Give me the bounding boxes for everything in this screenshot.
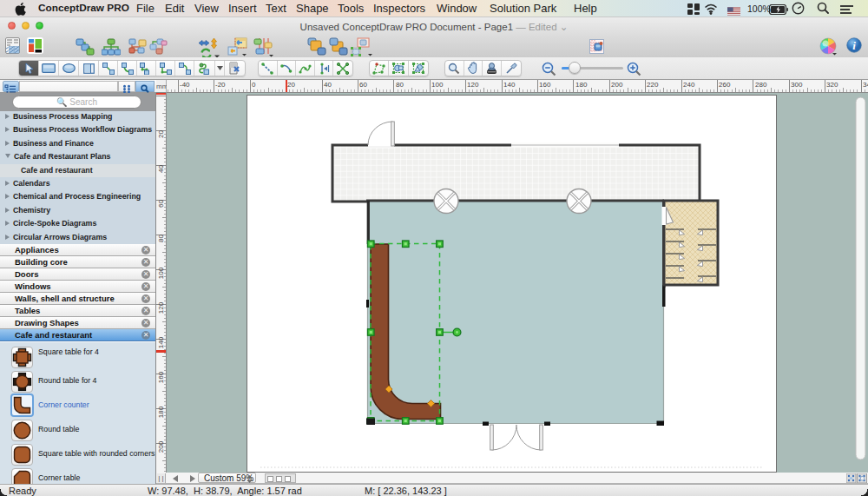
- svg-text:i: i: [852, 39, 856, 52]
